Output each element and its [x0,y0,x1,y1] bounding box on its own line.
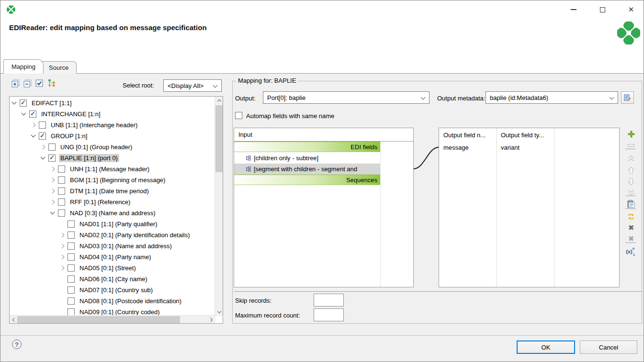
scroll-right-icon[interactable] [207,316,215,324]
tree-item-nad01[interactable]: NAD01 [1:1] (Party qualifier) [10,219,223,230]
tree-item-nad07[interactable]: NAD07 [0:1] (Country sub) [10,285,223,296]
tree-checkbox[interactable] [68,297,75,305]
chevron-right-icon[interactable] [50,167,55,172]
output-row-name-cell[interactable]: message [439,142,497,153]
scroll-up-icon[interactable] [215,97,223,105]
tree-item-nad03[interactable]: NAD03 [0:1] (Name and address) [10,241,223,252]
tree-item-nad04[interactable]: NAD04 [0:1] (Party name) [10,252,223,263]
scroll-left-icon[interactable] [10,316,18,324]
chevron-down-icon[interactable] [50,210,55,215]
tree-checkbox[interactable] [68,231,75,239]
output-field-type-header[interactable]: Output field ty... [497,128,554,142]
chevron-down-icon[interactable] [12,100,17,105]
chevron-right-icon[interactable] [50,200,55,205]
add-field-button[interactable] [624,129,638,139]
tree-vertical-scrollbar[interactable] [215,97,223,316]
skip-records-input[interactable] [314,294,344,307]
output-row-type-cell[interactable]: variant [497,142,554,153]
tree-item-nad06[interactable]: NAD06 [0:1] (City name) [10,274,223,285]
check-all-button[interactable] [35,79,44,88]
output-field-name-header[interactable]: Output field n... [439,128,497,142]
chevron-down-icon[interactable] [22,111,26,116]
output-dropdown[interactable]: Port[0]: baplie [263,91,429,104]
tree-item-unh[interactable]: UNH [1:1] (Message header) [10,164,223,175]
tree-item-group[interactable]: GROUP [1:n] [10,131,223,142]
chevron-right-icon[interactable] [41,145,45,150]
maximize-button[interactable] [594,3,610,16]
minimize-button[interactable] [565,3,582,16]
chevron-down-icon[interactable] [31,133,36,138]
tree-item-nad02[interactable]: NAD02 [0:1] (Party identification detail… [10,230,223,241]
tree-checkbox[interactable] [68,253,75,261]
tree-checkbox[interactable] [68,308,75,316]
expand-all-button[interactable] [11,79,20,88]
tree-item-bgm[interactable]: BGM [1:1] (Beginning of message) [10,175,223,186]
tree-checkbox[interactable] [58,209,65,217]
cancel-button[interactable]: Cancel [580,340,637,354]
tree-horizontal-scrollbar[interactable] [10,315,215,323]
tree-checkbox[interactable] [48,154,56,162]
tree-checkbox[interactable] [58,165,65,173]
edit-metadata-button[interactable] [621,91,634,104]
scroll-down-icon[interactable] [215,308,223,316]
max-record-count-input[interactable] [314,308,344,321]
tree-checkbox[interactable] [39,132,46,140]
output-fields-table: Output field n... Output field ty... mes… [439,128,620,287]
tree-item-rff[interactable]: RFF [0:1] (Reference) [10,197,223,208]
ok-button[interactable]: OK [517,340,575,354]
auto-assign-button[interactable] [624,211,638,222]
chevron-right-icon[interactable] [60,244,65,249]
automap-checkbox[interactable] [235,112,242,119]
collapse-all-button[interactable] [23,79,32,88]
tab-source[interactable]: Source [41,61,77,74]
scrollbar-thumb[interactable] [215,105,223,172]
tree-item-nad05[interactable]: NAD05 [0:1] (Street) [10,263,223,274]
select-root-dropdown[interactable]: <Display All> [163,79,222,92]
move-down-button[interactable] [624,176,638,187]
tree-checkbox[interactable] [58,187,65,195]
tree-item-unb[interactable]: UNB [1:1] (Interchange header) [10,120,223,131]
tree-checkbox[interactable] [68,220,75,228]
scrollbar-thumb[interactable] [17,316,180,323]
tree-item-label: DTM [1:1] (Date time period) [68,187,150,195]
chevron-down-icon[interactable] [41,155,45,160]
tree-item-baplie[interactable]: BAPLIE [1:n] (port 0) [10,153,223,164]
tree-checkbox[interactable] [48,143,56,151]
tree-item-label: BAPLIE [1:n] (port 0) [59,154,119,162]
paste-fields-button[interactable] [624,198,638,209]
output-metadata-dropdown[interactable]: baplie (id:Metadata6) [486,91,618,104]
tree-checkbox[interactable] [39,121,46,129]
chevron-right-icon[interactable] [31,123,36,128]
tree-checkbox[interactable] [58,198,65,206]
tree-item-edifact[interactable]: EDIFACT [1:1] [10,98,223,109]
tree-item-ung[interactable]: UNG [0:1] (Group header) [10,142,223,153]
tree-item-interchange[interactable]: INTERCHANGE [1:n] [10,109,223,120]
input-row-segment-with-children[interactable]: [segment with children - segment and [234,164,380,175]
close-button[interactable]: ✕ [623,3,639,16]
help-button[interactable]: ? [12,340,22,349]
tree-checkbox[interactable] [68,264,75,272]
tree-item-nad08[interactable]: NAD08 [0:1] (Postcode identification) [10,296,223,307]
occurrences-button[interactable]: (x)o1 [624,246,638,257]
move-top-button[interactable] [624,154,638,164]
expand-all-icon [11,79,20,88]
chevron-right-icon[interactable] [60,266,65,271]
move-up-button[interactable] [624,165,638,176]
tree-checkbox[interactable] [68,242,75,250]
tab-mapping[interactable]: Mapping [3,59,44,74]
tree-item-nad[interactable]: NAD [0:3] (Name and address) [10,208,223,219]
tree-order-button[interactable] [47,79,56,88]
tree-checkbox[interactable] [20,99,27,107]
tree-checkbox[interactable] [68,275,75,283]
chevron-right-icon[interactable] [50,189,55,194]
input-column-header[interactable]: Input [234,128,413,142]
input-row-children-only[interactable]: [children only - subtree] [234,153,380,164]
tree-checkbox[interactable] [29,110,36,118]
tree-checkbox[interactable] [68,286,75,294]
chevron-right-icon[interactable] [60,233,65,238]
tree-item-dtm[interactable]: DTM [1:1] (Date time period) [10,186,223,197]
cancel-mapping-button[interactable]: ✖ [624,222,638,233]
chevron-right-icon[interactable] [60,255,65,260]
chevron-right-icon[interactable] [50,178,55,183]
tree-checkbox[interactable] [58,176,65,184]
